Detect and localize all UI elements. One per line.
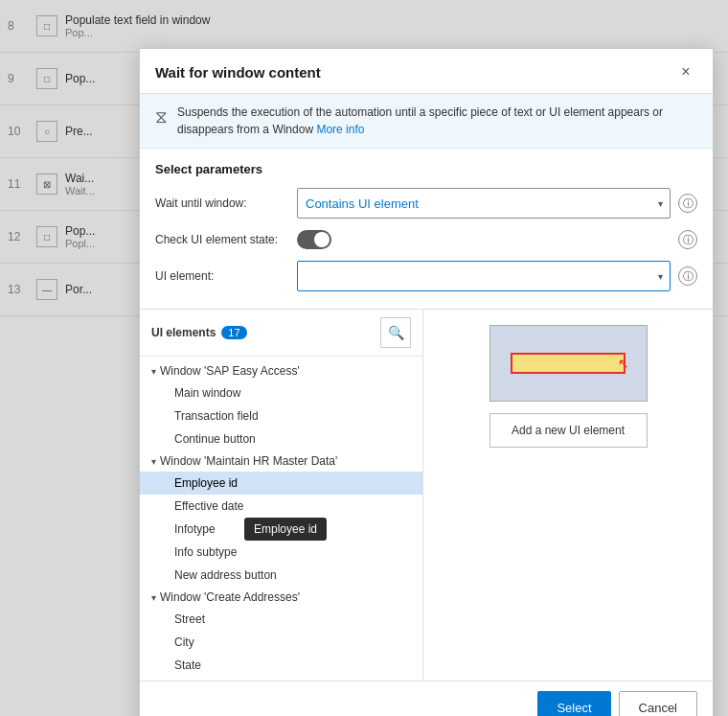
tree-item-street[interactable]: Street [140,608,422,631]
tree-item-transaction-field[interactable]: Transaction field [140,404,422,427]
ui-element-select[interactable] [297,261,671,291]
tree-item-continue-button[interactable]: Continue button [140,427,422,450]
ui-elements-header-left: UI elements 17 [151,326,247,339]
wait-for-window-content-dialog: Wait for window content × ⧖ Suspends the… [139,48,714,716]
tree-group-create-addresses: ▾ Window 'Create Addresses' Street City … [140,587,422,677]
tree-group-sap-easy-access-label: Window 'SAP Easy Access' [160,364,300,378]
ui-elements-badge: 17 [221,326,246,339]
tree-group-create-addresses-header[interactable]: ▾ Window 'Create Addresses' [140,587,422,608]
select-button[interactable]: Select [537,691,610,716]
tree-group-sap-easy-access: ▾ Window 'SAP Easy Access' Main window T… [140,360,422,450]
tree-item-main-window[interactable]: Main window [140,381,422,404]
check-state-info-button[interactable]: ⓘ [678,230,697,249]
ui-element-row: UI element: ▾ ⓘ [155,261,697,291]
check-state-toggle[interactable] [297,230,331,249]
preview-image: ↖ [489,325,648,402]
tree-item-city[interactable]: City [140,631,422,654]
chevron-down-icon-2: ▾ [151,456,156,467]
params-section: Select parameters Wait until window: Con… [140,149,713,309]
info-text: Suspends the execution of the automation… [177,104,697,138]
tree-item-new-address-button[interactable]: New address button [140,564,422,587]
ui-element-info-button[interactable]: ⓘ [678,266,697,286]
tree-item-state[interactable]: State [140,654,422,677]
params-title: Select parameters [155,162,697,176]
chevron-down-icon: ▾ [151,366,156,377]
check-state-row: Check UI element state: ⓘ [155,230,697,249]
add-new-ui-element-button[interactable]: Add a new UI element [489,413,648,448]
tree-group-sap-easy-access-header[interactable]: ▾ Window 'SAP Easy Access' [140,360,422,381]
ui-elements-search-button[interactable]: 🔍 [380,317,411,348]
preview-panel: ↖ Add a new UI element [423,310,713,681]
wait-until-select[interactable]: Contains UI element [297,188,671,219]
info-hourglass-icon: ⧖ [155,104,168,130]
preview-highlight-box: ↖ [511,353,626,374]
ui-elements-header: UI elements 17 🔍 [140,310,422,357]
info-more-link[interactable]: More info [316,123,364,136]
tree-group-maintain-hr-header[interactable]: ▾ Window 'Maintain HR Master Data' [140,450,422,472]
tree-group-create-addresses-label: Window 'Create Addresses' [160,590,300,604]
wait-until-info-button[interactable]: ⓘ [678,194,697,213]
tree-item-employee-id[interactable]: Employee id [140,472,422,495]
employee-id-tooltip: Employee id [244,518,327,541]
cancel-button[interactable]: Cancel [619,691,697,716]
preview-cursor-icon: ↖ [618,356,629,371]
wait-until-label: Wait until window: [155,196,289,210]
tree-group-maintain-hr-label: Window 'Maintain HR Master Data' [160,454,337,468]
tree-item-effective-date[interactable]: Effective date [140,495,422,518]
dialog-title: Wait for window content [155,64,321,81]
tree-item-info-subtype[interactable]: Info subtype [140,541,422,564]
dialog-close-button[interactable]: × [674,60,697,83]
dialog-footer: Select Cancel [140,681,713,716]
ui-elements-panel: UI elements 17 🔍 ▾ Window 'SAP Easy Acce… [140,310,423,681]
ui-elements-title: UI elements [151,326,216,339]
bottom-panel: UI elements 17 🔍 ▾ Window 'SAP Easy Acce… [140,309,713,681]
dialog-header: Wait for window content × [140,49,713,94]
toggle-knob [314,232,330,247]
info-banner: ⧖ Suspends the execution of the automati… [140,94,713,149]
check-state-label: Check UI element state: [155,233,289,246]
wait-until-row: Wait until window: Contains UI element ▾… [155,188,697,219]
wait-until-control: Contains UI element ▾ [297,188,671,219]
ui-element-label: UI element: [155,269,289,283]
ui-element-control: ▾ [297,261,671,291]
chevron-down-icon-3: ▾ [151,592,156,603]
